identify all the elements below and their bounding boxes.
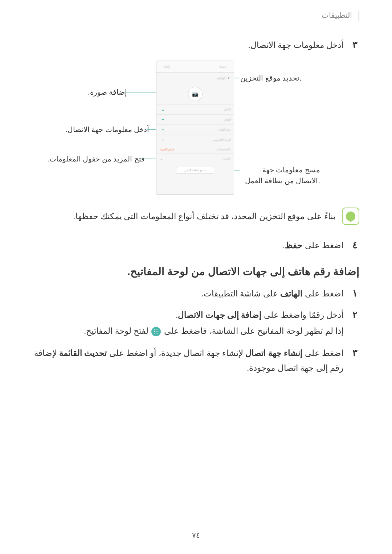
scan-button-row: مسح بطاقة العمل (156, 163, 234, 177)
chevron-down-icon: ⌄ (160, 157, 163, 161)
phone-field-2: + رقم الهاتف (156, 125, 234, 135)
phone-header-left: إلغاء (164, 65, 170, 69)
camera-icon: 📷 (192, 91, 198, 97)
section2-step-3: ٣ اضغط على إنشاء جهة اتصال لإنشاء جهة ات… (33, 344, 359, 376)
chevron-down-icon: ⌄ (160, 107, 166, 112)
callout-line (147, 129, 156, 130)
step-number: ٢ (351, 309, 359, 320)
groups-left: عرض المزيد (160, 148, 175, 151)
bell-shape (346, 212, 355, 221)
step-number: ٣ (351, 344, 359, 361)
step-text: أدخل رقمًا واضغط على إضافة إلى جهات الات… (176, 310, 343, 320)
section2-step-2: ٢ أدخل رقمًا واضغط على إضافة إلى جهات ال… (33, 309, 359, 320)
more-text: المزيد (223, 157, 230, 160)
callout-contact-info: أدخل معلومات جهة الاتصال. (65, 125, 149, 134)
step-number: ١ (351, 288, 359, 299)
more-fields-row: ⌄ المزيد (156, 154, 234, 163)
email-field: + البريد الإلكتروني (156, 135, 234, 145)
step-3: ٣ أدخل معلومات جهة الاتصال. (33, 39, 359, 50)
callout-more-fields: فتح المزيد من حقول المعلومات. (47, 155, 145, 163)
page-header: التطبيقات (33, 11, 359, 21)
step-4: ٤ اضغط على حفظ. (33, 239, 359, 251)
section2-step-2-sub: إذا لم تظهر لوحة المفاتيح على الشاشة، فا… (33, 326, 343, 336)
section-heading: إضافة رقم هاتف إلى جهات الاتصال من لوحة … (33, 265, 359, 278)
step-text: اضغط على الهاتف على شاشة التطبيقات. (201, 289, 343, 299)
page-number: ٧٤ (0, 531, 392, 539)
phone-field: + الهاتف (156, 115, 234, 125)
header-title: التطبيقات (322, 11, 352, 19)
info-note: بناءً على موقع التخزين المحدد، قد تختلف … (33, 208, 359, 225)
storage-label: الهاتف (217, 76, 226, 80)
phone-header: إلغاء حفظ (156, 61, 234, 73)
section2-step-1: ١ اضغط على الهاتف على شاشة التطبيقات. (33, 288, 359, 299)
step-text: أدخل معلومات جهة الاتصال. (248, 40, 343, 50)
callout-add-image: إضافة صورة. (88, 88, 127, 97)
add-photo-row: 📷 (156, 83, 234, 104)
plus-icon: + (160, 117, 166, 122)
callout-scan-card: مسح معلومات جهة الاتصال من بطاقة العمل. (240, 164, 320, 186)
note-text: بناءً على موقع التخزين المحدد، قد تختلف … (73, 212, 335, 221)
keypad-icon (151, 327, 161, 336)
step-text: اضغط على حفظ. (283, 241, 343, 250)
callout-storage: تحديد موقع التخزين. (240, 74, 302, 82)
camera-button: 📷 (188, 87, 203, 101)
phone-mockup: إلغاء حفظ الهاتف ▼ 📷 ⌄ الاسم + (156, 61, 234, 195)
storage-selector: الهاتف ▼ (156, 73, 234, 83)
name-field: ⌄ الاسم (156, 104, 234, 115)
bell-icon (342, 208, 359, 225)
groups-right: المجموعات (216, 148, 230, 151)
chevron-down-icon: ▼ (227, 77, 230, 80)
phone-header-right: حفظ (219, 65, 226, 69)
plus-icon: + (160, 127, 166, 132)
contact-form-diagram: تحديد موقع التخزين. مسح معلومات جهة الات… (33, 61, 359, 195)
step-text: اضغط على إنشاء جهة اتصال لإنشاء جهة اتصا… (33, 346, 343, 376)
scan-card-button: مسح بطاقة العمل (176, 167, 214, 174)
groups-row: عرض المزيد المجموعات (156, 145, 234, 154)
step-number: ٤ (351, 239, 359, 251)
plus-icon: + (160, 137, 166, 143)
step-number: ٣ (351, 39, 359, 50)
